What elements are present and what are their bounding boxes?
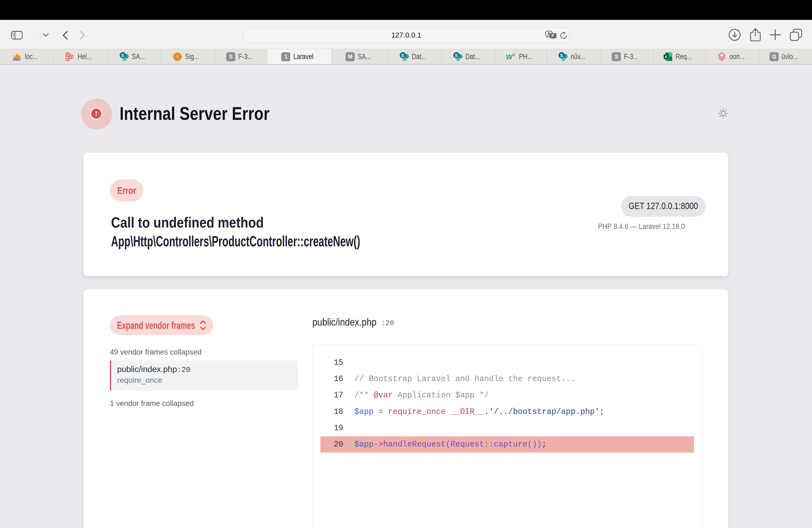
- svg-text:S: S: [455, 53, 458, 58]
- svg-text:X: X: [665, 55, 668, 59]
- svg-text:3: 3: [513, 53, 515, 57]
- svg-text:S: S: [560, 53, 563, 58]
- svg-text:W: W: [506, 53, 513, 61]
- svg-text:PMA: PMA: [13, 58, 20, 62]
- svg-text:S: S: [121, 53, 124, 58]
- svg-text:S: S: [401, 53, 404, 58]
